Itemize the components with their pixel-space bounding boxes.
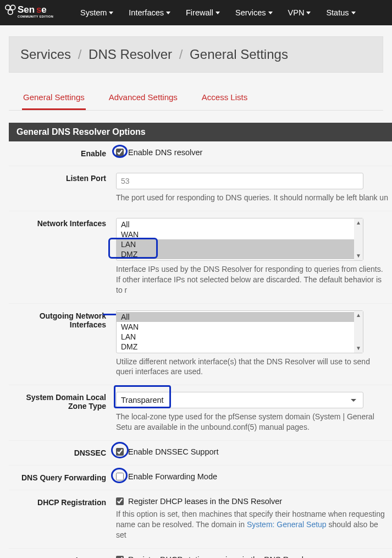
nav-vpn[interactable]: VPN <box>288 8 311 17</box>
option-dmz[interactable]: DMZ <box>117 342 363 352</box>
nav-label: Firewall <box>186 8 213 17</box>
svg-text:e: e <box>41 4 46 15</box>
svg-point-0 <box>5 5 10 10</box>
option-wan[interactable]: WAN <box>117 322 363 332</box>
scroll-down-icon[interactable]: ▼ <box>354 251 363 260</box>
label-network-interfaces: Network Interfaces <box>9 218 116 296</box>
label-listen-port: Listen Port <box>9 173 116 203</box>
caret-icon <box>166 12 170 14</box>
option-dmz[interactable]: DMZ <box>117 249 363 259</box>
checkbox-dhcp-registration[interactable] <box>116 497 124 505</box>
input-listen-port[interactable] <box>116 173 363 189</box>
caret-icon <box>351 12 356 14</box>
tab-access-lists[interactable]: Access Lists <box>201 92 249 110</box>
checkbox-label: Enable DNSSEC Support <box>128 447 218 456</box>
top-navbar: Sen s e COMMUNITY EDITION System Interfa… <box>0 0 392 25</box>
annotation-arrow <box>103 314 116 315</box>
nav-services[interactable]: Services <box>235 8 273 17</box>
nav-label: Status <box>326 8 349 17</box>
caret-icon <box>268 12 273 14</box>
scroll-up-icon[interactable]: ▲ <box>354 218 363 227</box>
select-outgoing-interfaces[interactable]: All WAN LAN DMZ ▲ ▼ <box>116 310 363 353</box>
label-outgoing-interfaces: Outgoing Network Interfaces <box>9 310 116 378</box>
nav-system[interactable]: System <box>80 8 113 17</box>
help-outgoing-interfaces: Utilize different network interface(s) t… <box>116 357 389 378</box>
tab-bar: General Settings Advanced Settings Acces… <box>9 83 383 111</box>
row-forwarding: DNS Query Forwarding Enable Forwarding M… <box>9 466 392 490</box>
breadcrumb: Services / DNS Resolver / General Settin… <box>9 36 383 73</box>
checkbox-label: Register DHCP static mappings in the DNS… <box>128 555 314 558</box>
select-network-interfaces[interactable]: All WAN LAN DMZ ▲ ▼ <box>116 218 363 261</box>
link-system-general-setup[interactable]: System: General Setup <box>247 520 327 529</box>
nav-firewall[interactable]: Firewall <box>186 8 220 17</box>
option-lan[interactable]: LAN <box>117 239 363 249</box>
checkbox-label: Enable DNS resolver <box>128 148 202 157</box>
crumb-services[interactable]: Services <box>20 47 71 62</box>
crumb-dns-resolver[interactable]: DNS Resolver <box>89 47 172 62</box>
breadcrumb-sep: / <box>179 47 183 62</box>
help-zone-type: The local-zone type used for the pfSense… <box>116 412 389 433</box>
row-outgoing-interfaces: Outgoing Network Interfaces All WAN LAN … <box>9 304 392 386</box>
help-dhcp-registration: If this option is set, then machines tha… <box>116 509 389 540</box>
svg-text:Sen: Sen <box>18 4 35 15</box>
caret-icon <box>109 12 113 14</box>
svg-text:s: s <box>36 4 41 15</box>
caret-icon <box>306 12 311 14</box>
crumb-general-settings[interactable]: General Settings <box>190 47 288 62</box>
help-listen-port: The port used for responding to DNS quer… <box>116 193 389 203</box>
svg-point-1 <box>10 5 15 10</box>
checkbox-static-dhcp[interactable] <box>116 556 124 558</box>
row-network-interfaces: Network Interfaces All WAN LAN DMZ ▲ ▼ I… <box>9 211 392 304</box>
tab-general-settings[interactable]: General Settings <box>22 92 86 110</box>
nav-label: Services <box>235 8 266 17</box>
nav-interfaces[interactable]: Interfaces <box>129 8 170 17</box>
section-heading: General DNS Resolver Options <box>9 123 392 141</box>
checkbox-dnssec[interactable] <box>116 448 124 456</box>
label-static-dhcp: Static DHCP <box>9 555 116 558</box>
scrollbar[interactable]: ▲ ▼ <box>354 218 363 260</box>
checkbox-label: Enable Forwarding Mode <box>128 472 217 481</box>
scrollbar[interactable]: ▲ ▼ <box>354 311 363 353</box>
checkbox-forwarding[interactable] <box>116 473 124 480</box>
nav-items: System Interfaces Firewall Services VPN … <box>80 8 356 17</box>
label-dhcp-registration: DHCP Registration <box>9 497 116 540</box>
scroll-up-icon[interactable]: ▲ <box>354 311 363 320</box>
scroll-down-icon[interactable]: ▼ <box>354 344 363 353</box>
option-all[interactable]: All <box>117 312 363 322</box>
row-dnssec: DNSSEC Enable DNSSEC Support <box>9 441 392 466</box>
nav-status[interactable]: Status <box>326 8 355 17</box>
option-all[interactable]: All <box>117 220 363 229</box>
row-dhcp-registration: DHCP Registration Register DHCP leases i… <box>9 490 392 549</box>
checkbox-label: Register DHCP leases in the DNS Resolver <box>128 497 282 506</box>
option-wan[interactable]: WAN <box>117 229 363 239</box>
label-dnssec: DNSSEC <box>9 447 116 457</box>
svg-text:COMMUNITY EDITION: COMMUNITY EDITION <box>18 15 53 18</box>
label-enable: Enable <box>9 148 116 158</box>
svg-point-2 <box>8 10 13 15</box>
row-enable: Enable Enable DNS resolver <box>9 141 392 166</box>
tab-advanced-settings[interactable]: Advanced Settings <box>108 92 179 110</box>
chevron-down-icon <box>351 399 356 402</box>
help-network-interfaces: Interface IPs used by the DNS Resolver f… <box>116 264 389 296</box>
row-static-dhcp: Static DHCP Register DHCP static mapping… <box>9 549 392 558</box>
select-value: Transparent <box>121 396 164 404</box>
caret-icon <box>216 12 220 14</box>
brand-logo: Sen s e COMMUNITY EDITION <box>3 3 69 22</box>
nav-label: VPN <box>288 8 305 17</box>
label-forwarding: DNS Query Forwarding <box>9 472 116 482</box>
label-zone-type: System Domain Local Zone Type <box>9 392 116 433</box>
row-listen-port: Listen Port The port used for responding… <box>9 166 392 211</box>
checkbox-enable[interactable] <box>116 149 124 156</box>
nav-label: Interfaces <box>129 8 164 17</box>
option-lan[interactable]: LAN <box>117 332 363 342</box>
section-general-dns-resolver: General DNS Resolver Options Enable Enab… <box>9 123 392 558</box>
row-zone-type: System Domain Local Zone Type Transparen… <box>9 385 392 441</box>
select-zone-type[interactable]: Transparent <box>116 392 363 408</box>
breadcrumb-sep: / <box>78 47 82 62</box>
nav-label: System <box>80 8 107 17</box>
